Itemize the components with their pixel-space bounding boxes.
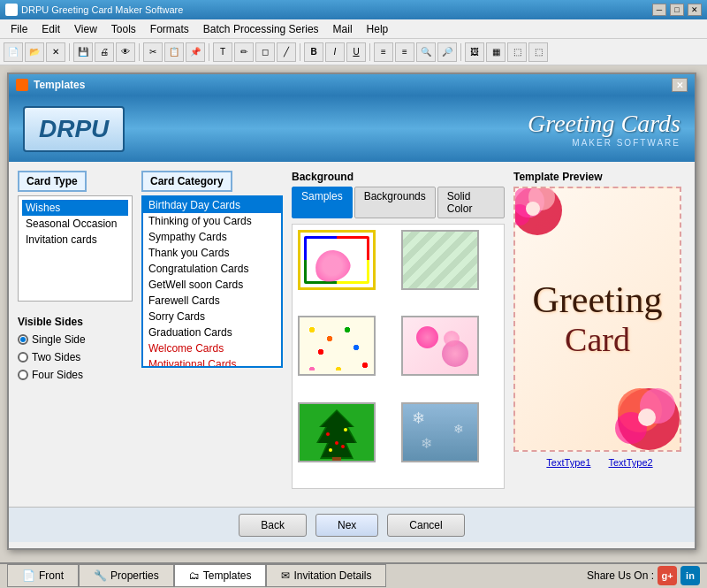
next-button[interactable]: Nex — [315, 514, 378, 537]
bg-sample-1[interactable] — [298, 230, 376, 290]
bg-sample-3[interactable] — [298, 316, 376, 376]
svg-point-3 — [326, 432, 330, 436]
text-type-1-link[interactable]: TextType1 — [546, 457, 590, 468]
bg-sample-5[interactable] — [298, 402, 376, 462]
category-graduation[interactable]: Graduation Cards — [143, 325, 281, 340]
visible-sides-label: Visible Sides — [18, 316, 133, 328]
category-list[interactable]: Birthday Day Cards Thinking of you Cards… — [141, 195, 283, 368]
toolbar-copy[interactable]: 📋 — [164, 42, 184, 62]
cancel-button[interactable]: Cancel — [387, 514, 464, 537]
drpu-logo: DRPU — [23, 106, 125, 152]
four-sides-option[interactable]: Four Sides — [18, 369, 133, 381]
category-farewell[interactable]: Farewell Cards — [143, 293, 281, 309]
tab-samples[interactable]: Samples — [292, 187, 353, 218]
share-area: Share Us On : g+ in — [587, 566, 700, 585]
close-button[interactable]: ✕ — [688, 4, 702, 16]
app-title: DRPU Greeting Card Maker Software — [21, 4, 183, 15]
menu-formats[interactable]: Formats — [143, 21, 196, 37]
toolbar-image[interactable]: 🖼 — [465, 42, 484, 62]
two-sides-option[interactable]: Two Sides — [18, 351, 133, 363]
category-getwell[interactable]: GetWell soon Cards — [143, 277, 281, 293]
toolbar-line[interactable]: ╱ — [277, 42, 296, 62]
four-sides-label: Four Sides — [32, 369, 83, 381]
tab-front[interactable]: 📄 Front — [7, 564, 79, 587]
toolbar-sep6 — [460, 43, 461, 61]
toolbar-text[interactable]: T — [213, 42, 232, 62]
menu-batch[interactable]: Batch Processing Series — [196, 21, 326, 37]
toolbar-zoom-out[interactable]: 🔎 — [437, 42, 457, 62]
back-button[interactable]: Back — [239, 514, 307, 537]
toolbar-save[interactable]: 💾 — [73, 42, 93, 62]
tab-backgrounds[interactable]: Backgrounds — [354, 187, 436, 218]
menu-view[interactable]: View — [67, 21, 104, 37]
single-side-radio[interactable] — [18, 334, 28, 345]
modal-close-button[interactable]: ✕ — [672, 78, 688, 92]
preview-greeting-line1: Greeting — [533, 279, 663, 320]
toolbar-bold[interactable]: B — [304, 42, 323, 62]
toolbar-close[interactable]: ✕ — [46, 42, 65, 62]
svg-point-12 — [526, 202, 540, 216]
four-sides-radio[interactable] — [18, 370, 28, 380]
templates-modal: Templates ✕ DRPU Greeting Cards MAKER SO… — [7, 73, 696, 550]
menu-mail[interactable]: Mail — [326, 21, 360, 37]
background-panel: Background Samples Backgrounds Solid Col… — [292, 171, 505, 498]
card-type-invitation[interactable]: Invitation cards — [22, 232, 128, 248]
menu-file[interactable]: File — [4, 21, 34, 37]
svg-point-4 — [344, 428, 347, 431]
window-controls: ─ □ ✕ — [652, 4, 702, 16]
preview-greeting-line2: Card — [565, 320, 630, 359]
category-birthday[interactable]: Birthday Day Cards — [143, 197, 281, 213]
two-sides-label: Two Sides — [32, 351, 80, 363]
tab-properties-label: Properties — [110, 569, 159, 582]
bg-sample-4[interactable] — [401, 316, 479, 376]
maximize-button[interactable]: □ — [670, 4, 684, 16]
google-plus-icon[interactable]: g+ — [658, 566, 677, 585]
toolbar-align-center[interactable]: ≡ — [395, 42, 414, 62]
toolbar-shape[interactable]: ◻ — [255, 42, 275, 62]
toolbar-print[interactable]: 🖨 — [95, 42, 114, 62]
bg-sample-6[interactable]: ❄ ❄ ❄ — [401, 402, 479, 462]
bg-sample-2[interactable] — [401, 230, 479, 290]
category-congratulation[interactable]: Congratulation Cards — [143, 261, 281, 277]
toolbar-open[interactable]: 📂 — [25, 42, 44, 62]
tab-invitation[interactable]: ✉ Invitation Details — [266, 564, 386, 587]
toolbar-extra1[interactable]: ⬚ — [507, 42, 527, 62]
category-sympathy[interactable]: Sympathy Cards — [143, 229, 281, 245]
share-label: Share Us On : — [587, 569, 654, 582]
toolbar-draw[interactable]: ✏ — [234, 42, 254, 62]
single-side-option[interactable]: Single Side — [18, 333, 133, 346]
linkedin-icon[interactable]: in — [680, 566, 700, 585]
minimize-button[interactable]: ─ — [652, 4, 666, 16]
toolbar-extra2[interactable]: ⬚ — [528, 42, 548, 62]
toolbar-sep2 — [139, 43, 140, 61]
card-type-seasonal[interactable]: Seasonal Occasion — [22, 216, 128, 232]
toolbar-paste[interactable]: 📌 — [186, 42, 205, 62]
card-type-wishes[interactable]: Wishes — [22, 200, 128, 216]
toolbar-italic[interactable]: I — [325, 42, 345, 62]
category-thinking[interactable]: Thinking of you Cards — [143, 213, 281, 229]
two-sides-radio[interactable] — [18, 352, 28, 363]
category-sorry[interactable]: Sorry Cards — [143, 309, 281, 325]
app-icon — [5, 4, 18, 16]
category-thankyou[interactable]: Thank you Cards — [143, 245, 281, 261]
toolbar-align-left[interactable]: ≡ — [374, 42, 393, 62]
toolbar-barcode[interactable]: ▦ — [486, 42, 506, 62]
tab-properties[interactable]: 🔧 Properties — [79, 564, 174, 587]
toolbar-new[interactable]: 📄 — [4, 42, 23, 62]
text-type-2-link[interactable]: TextType2 — [609, 457, 653, 468]
tab-templates-label: Templates — [203, 569, 252, 582]
menu-help[interactable]: Help — [360, 21, 396, 37]
category-motivational[interactable]: Motivational Cards — [143, 356, 281, 368]
toolbar-preview[interactable]: 👁 — [116, 42, 135, 62]
tab-templates[interactable]: 🗂 Templates — [174, 564, 267, 587]
modal-icon — [16, 79, 28, 91]
toolbar-cut[interactable]: ✂ — [143, 42, 163, 62]
menu-tools[interactable]: Tools — [104, 21, 143, 37]
toolbar-zoom-in[interactable]: 🔍 — [416, 42, 436, 62]
background-samples-grid: ❄ ❄ ❄ — [292, 224, 505, 489]
menu-edit[interactable]: Edit — [34, 21, 67, 37]
tab-front-label: Front — [39, 569, 64, 582]
toolbar-underline[interactable]: U — [346, 42, 366, 62]
tab-solid-color[interactable]: Solid Color — [437, 187, 505, 218]
category-welcome[interactable]: Welcome Cards — [143, 340, 281, 356]
